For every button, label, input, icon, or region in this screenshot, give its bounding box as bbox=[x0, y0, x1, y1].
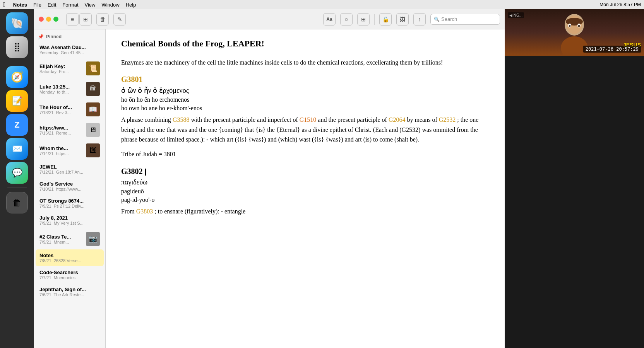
sidebar-item-text-5: Whom the... 7/14/21 https... bbox=[39, 145, 83, 156]
list-view-button[interactable]: ≡ bbox=[66, 13, 79, 26]
strongs1-link4[interactable]: G2532 bbox=[439, 116, 456, 123]
sidebar-item-thumb-2: 🏛 bbox=[86, 82, 100, 96]
menu-view[interactable]: View bbox=[85, 2, 96, 8]
def-mid2: and the present participle of bbox=[318, 116, 387, 123]
sidebar-item-0[interactable]: Was Asenath Dau... Yesterday Gen 41:45..… bbox=[36, 41, 104, 58]
menu-file[interactable]: File bbox=[33, 2, 41, 8]
dock-finder[interactable]: 🐚 bbox=[6, 12, 28, 34]
strongs1-link1[interactable]: G3588 bbox=[173, 116, 190, 123]
sidebar-item-5[interactable]: Whom the... 7/14/21 https... 🖼 bbox=[36, 140, 104, 160]
sidebar-item-7[interactable]: God's Service 7/10/21 https://www... bbox=[36, 178, 104, 194]
search-bar[interactable]: 🔍 Search bbox=[430, 14, 500, 25]
menubar-time: Mon Jul 26 8:57 PM bbox=[599, 2, 641, 7]
sidebar-item-1[interactable]: Elijah Key: Saturday Fro... 📜 bbox=[36, 58, 104, 78]
sidebar-item-meta-2: Monday to th... bbox=[39, 90, 83, 94]
dock-notes[interactable]: 📝 bbox=[6, 90, 28, 112]
strongs1-link2[interactable]: G1510 bbox=[300, 116, 317, 123]
sidebar-item-title-4: https://ww... bbox=[39, 125, 83, 131]
sidebar-item-title-1: Elijah Key: bbox=[39, 63, 83, 69]
sidebar-item-text-8: OT Strongs 8674... 7/9/21 Ps 27:12 Deliv… bbox=[39, 198, 100, 208]
menu-edit[interactable]: Edit bbox=[48, 2, 56, 8]
dock-zoom[interactable]: Z bbox=[6, 114, 28, 136]
dock: 🐚 ⣿ 🧭 📝 Z ✉️ 💬 🗑 bbox=[0, 9, 34, 348]
checklist-button[interactable]: ○ bbox=[340, 13, 353, 26]
sidebar-item-6[interactable]: JEWEL 7/12/21 Gen 18:7 An... bbox=[36, 161, 104, 177]
sidebar-item-text-9: July 8, 2021 7/9/21 My Very 1st S... bbox=[39, 215, 100, 225]
dock-mail[interactable]: ✉️ bbox=[6, 138, 28, 160]
strongs1-definition: A phrase combining G3588 with the presen… bbox=[121, 115, 489, 145]
dock-messages[interactable]: 💬 bbox=[6, 162, 28, 184]
strongs2-definition: From G3803 ; to ensnare (figuratively): … bbox=[121, 206, 489, 217]
app-name[interactable]: Notes bbox=[13, 2, 27, 8]
window-toolbar: ≡ ⊞ 🗑 ✎ Aa ○ ⊞ � bbox=[34, 9, 505, 29]
dock-safari[interactable]: 🧭 bbox=[6, 66, 28, 88]
sidebar-item-title-2: Luke 13:25... bbox=[39, 84, 83, 90]
sidebar-item-text-7: God's Service 7/10/21 https://www... bbox=[39, 181, 100, 191]
sidebar-item-thumb-5: 🖼 bbox=[86, 143, 100, 157]
sidebar-item-title-10: #2 Class Te... bbox=[39, 234, 83, 240]
sidebar-item-thumb-4: 🖥 bbox=[86, 123, 100, 137]
sidebar-item-meta-11: 7/8/21 26828 Verse... bbox=[39, 258, 100, 263]
grid-icon: ⊞ bbox=[83, 16, 88, 22]
apple-menu[interactable]:  bbox=[3, 1, 5, 8]
sidebar-item-text-3: The Hour of... 7/18/21 Rev 3... bbox=[39, 104, 83, 115]
font-button[interactable]: Aa bbox=[323, 13, 336, 26]
sidebar-item-meta-3: 7/18/21 Rev 3... bbox=[39, 110, 83, 115]
sidebar: 📌 Pinned Was Asenath Dau... Yesterday Ge… bbox=[34, 29, 106, 348]
note-paragraph-1: Enzymes are the machinery of the cell th… bbox=[121, 58, 489, 67]
note-content-area[interactable]: Chemical Bonds of the Frog, LEAPER! Enzy… bbox=[106, 29, 505, 348]
sidebar-item-12[interactable]: Code-Searchers 7/7/21 Mnemonics bbox=[36, 266, 104, 283]
sidebar-item-8[interactable]: OT Strongs 8674... 7/9/21 Ps 27:12 Deliv… bbox=[36, 195, 104, 212]
sidebar-item-meta-9: 7/9/21 My Very 1st S... bbox=[39, 221, 100, 225]
strongs1-greek: ὁ ὢν ὁ ἦν ὁ ἐρχόμενος bbox=[121, 86, 489, 95]
sidebar-item-4[interactable]: https://ww... 7/15/21 Reme... 🖥 bbox=[36, 120, 104, 140]
sidebar-item-title-0: Was Asenath Dau... bbox=[39, 44, 100, 50]
sidebar-item-10[interactable]: #2 Class Te... 7/9/21 Mnem... 📷 bbox=[36, 229, 104, 249]
sidebar-item-text-10: #2 Class Te... 7/9/21 Mnem... bbox=[39, 234, 83, 244]
notes-window: ≡ ⊞ 🗑 ✎ Aa ○ ⊞ � bbox=[34, 9, 505, 348]
lock-button[interactable]: 🔒 bbox=[379, 13, 392, 26]
sidebar-item-9[interactable]: July 8, 2021 7/9/21 My Very 1st S... bbox=[36, 212, 104, 229]
search-placeholder: Search bbox=[441, 16, 457, 22]
def2-end: ; to ensnare (figuratively): - entangle bbox=[154, 208, 245, 215]
video-timestamp: 2021-07-26 20:57:29 bbox=[583, 46, 641, 53]
sidebar-item-text-13: Jephthah, Sign of... 7/6/21 The Ark Rest… bbox=[39, 287, 100, 297]
sidebar-item-title-11: Notes bbox=[39, 252, 100, 258]
video-thumbnail[interactable]: ◀ NG... JESUS 2021-07-26 20:57:29 bbox=[505, 9, 644, 56]
view-toggle-group: ≡ ⊞ bbox=[66, 13, 92, 26]
menu-help[interactable]: Help bbox=[126, 2, 136, 8]
tribe-text: Tribe of Judah = 3801 bbox=[121, 151, 489, 158]
strongs1-link3[interactable]: G2064 bbox=[389, 116, 406, 123]
strongs2-link[interactable]: G3803 bbox=[136, 208, 153, 215]
sidebar-item-2[interactable]: Luke 13:25... Monday to th... 🏛 bbox=[36, 79, 104, 99]
sidebar-item-title-5: Whom the... bbox=[39, 145, 83, 151]
traffic-lights bbox=[39, 17, 58, 22]
table-button[interactable]: ⊞ bbox=[357, 13, 370, 26]
menu-format[interactable]: Format bbox=[62, 2, 78, 8]
share-button[interactable]: ↑ bbox=[413, 13, 426, 26]
video-overlay-text: ◀ NG... bbox=[508, 12, 524, 18]
strongs2-trans1: pagideuō bbox=[121, 188, 489, 195]
def-mid3: by means of bbox=[407, 116, 437, 123]
sidebar-item-3[interactable]: The Hour of... 7/18/21 Rev 3... 📖 bbox=[36, 99, 104, 119]
sidebar-item-notes[interactable]: Notes 7/8/21 26828 Verse... bbox=[36, 249, 104, 266]
lock-icon: 🔒 bbox=[382, 16, 389, 22]
sidebar-item-meta-12: 7/7/21 Mnemonics bbox=[39, 275, 100, 280]
minimize-button[interactable] bbox=[46, 17, 51, 22]
dock-launchpad[interactable]: ⣿ bbox=[6, 36, 28, 58]
trash-icon: 🗑 bbox=[100, 16, 106, 22]
sidebar-item-title-3: The Hour of... bbox=[39, 104, 83, 110]
grid-view-button[interactable]: ⊞ bbox=[79, 13, 92, 26]
sidebar-item-text-11: Notes 7/8/21 26828 Verse... bbox=[39, 252, 100, 263]
sidebar-item-title-7: God's Service bbox=[39, 181, 100, 187]
delete-button[interactable]: 🗑 bbox=[96, 13, 109, 26]
dock-trash[interactable]: 🗑 bbox=[6, 192, 28, 213]
compose-button[interactable]: ✎ bbox=[113, 13, 126, 26]
maximize-button[interactable] bbox=[53, 17, 58, 22]
menu-window[interactable]: Window bbox=[101, 2, 119, 8]
sidebar-item-13[interactable]: Jephthah, Sign of... 7/6/21 The Ark Rest… bbox=[36, 283, 104, 300]
close-button[interactable] bbox=[39, 17, 44, 22]
image-button[interactable]: 🖼 bbox=[396, 13, 409, 26]
sidebar-item-meta-10: 7/9/21 Mnem... bbox=[39, 240, 83, 244]
sidebar-item-title-6: JEWEL bbox=[39, 164, 100, 170]
